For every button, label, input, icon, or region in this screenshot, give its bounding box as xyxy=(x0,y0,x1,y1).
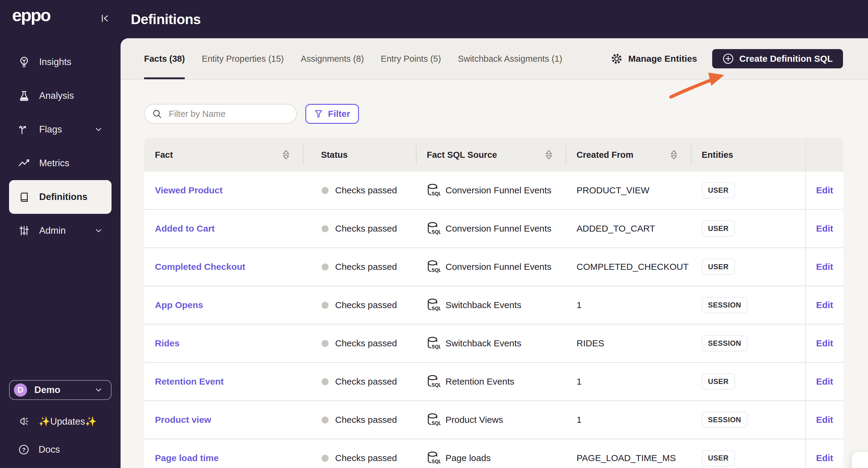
status-text: Checks passed xyxy=(335,338,397,348)
entity-badge: SESSION xyxy=(702,412,747,428)
gear-icon xyxy=(610,53,623,65)
fact-cell: Rides xyxy=(144,325,303,362)
fact-cell: Completed Checkout xyxy=(144,248,303,286)
column-header-fact[interactable]: Fact xyxy=(144,138,303,172)
sidebar-item-definitions[interactable]: Definitions xyxy=(9,180,112,214)
fact-link[interactable]: Completed Checkout xyxy=(155,262,245,272)
entity-badge: SESSION xyxy=(702,297,747,313)
created-from-value: 1 xyxy=(577,415,582,425)
entities-cell: SESSION xyxy=(691,401,805,438)
created-from-value: 1 xyxy=(577,300,582,310)
source-cell: Switchback Events xyxy=(416,287,566,324)
trend-line-icon xyxy=(18,157,30,169)
created-from-value: ADDED_TO_CART xyxy=(577,224,655,234)
fact-link[interactable]: Retention Event xyxy=(155,376,224,387)
status-text: Checks passed xyxy=(335,300,397,310)
sidebar-item-admin[interactable]: Admin xyxy=(9,214,112,247)
edit-link[interactable]: Edit xyxy=(816,224,833,234)
status-cell: Checks passed xyxy=(303,287,416,324)
search-input[interactable] xyxy=(144,104,297,124)
edit-link[interactable]: Edit xyxy=(816,185,833,196)
column-header-fact-sql-source[interactable]: Fact SQL Source xyxy=(416,138,566,172)
entity-badge: USER xyxy=(702,373,735,390)
entity-badge: USER xyxy=(702,450,735,466)
sidebar-item-flags[interactable]: Flags xyxy=(9,113,112,146)
collapse-icon xyxy=(99,13,111,24)
column-label: Entities xyxy=(702,150,733,160)
split-arrows-icon xyxy=(18,124,30,136)
edit-cell: Edit xyxy=(805,325,843,362)
app-root: eppo xyxy=(0,0,868,468)
status-cell: Checks passed xyxy=(303,363,416,400)
status-dot xyxy=(321,302,329,309)
create-definition-sql-button[interactable]: Create Definition SQL xyxy=(712,49,843,68)
sort-icon xyxy=(545,150,553,160)
source-name: Retention Events xyxy=(445,376,514,387)
edit-cell: Edit xyxy=(805,248,843,286)
fact-link[interactable]: Added to Cart xyxy=(155,224,215,234)
tab-assignments[interactable]: Assignments (8) xyxy=(301,38,364,79)
fact-link[interactable]: Rides xyxy=(155,338,180,348)
status-dot xyxy=(321,416,329,424)
entities-cell: USER xyxy=(691,172,805,209)
tab-facts[interactable]: Facts (38) xyxy=(144,38,185,79)
sidebar-item-docs[interactable]: ? Docs xyxy=(9,440,112,460)
status-text: Checks passed xyxy=(335,415,397,425)
entity-badge: USER xyxy=(702,182,735,198)
edit-link[interactable]: Edit xyxy=(816,300,833,310)
sql-source-icon xyxy=(427,183,441,197)
status-dot xyxy=(321,187,329,194)
edit-cell: Edit xyxy=(805,363,843,400)
tab-bar: Facts (38) Entity Properties (15) Assign… xyxy=(121,38,868,80)
tab-entity-properties[interactable]: Entity Properties (15) xyxy=(202,38,284,79)
search-wrap xyxy=(144,104,297,124)
status-text: Checks passed xyxy=(335,376,397,387)
sidebar-item-updates[interactable]: ✨Updates✨ xyxy=(9,411,112,431)
sql-source-icon xyxy=(427,336,441,350)
manage-entities-button[interactable]: Manage Entities xyxy=(610,53,697,65)
sidebar-item-label: Insights xyxy=(39,57,71,67)
sidebar-item-label: Docs xyxy=(38,444,60,455)
edit-link[interactable]: Edit xyxy=(816,338,833,348)
created-from-value: PRODUCT_VIEW xyxy=(577,185,650,196)
floating-widget[interactable] xyxy=(852,452,868,468)
column-header-entities: Entities xyxy=(691,138,805,172)
workspace-switcher[interactable]: D Demo xyxy=(9,380,112,400)
edit-link[interactable]: Edit xyxy=(816,376,833,387)
source-cell: Switchback Events xyxy=(416,325,566,362)
fact-cell: App Opens xyxy=(144,287,303,324)
fact-link[interactable]: Viewed Product xyxy=(155,185,223,196)
status-text: Checks passed xyxy=(335,185,397,196)
help-circle-icon: ? xyxy=(18,444,30,455)
edit-link[interactable]: Edit xyxy=(816,415,833,425)
edit-link[interactable]: Edit xyxy=(816,453,833,463)
fact-link[interactable]: Page load time xyxy=(155,453,219,463)
source-name: Conversion Funnel Events xyxy=(445,185,552,196)
created-from-value: COMPLETED_CHECKOUT xyxy=(577,262,689,272)
sidebar-item-insights[interactable]: Insights xyxy=(9,45,112,79)
column-header-created-from[interactable]: Created From xyxy=(566,138,691,172)
tab-switchback-assigments[interactable]: Switchback Assigments (1) xyxy=(458,38,562,79)
sidebar-collapse-button[interactable] xyxy=(99,13,111,24)
created-from-value: 1 xyxy=(577,376,582,387)
filter-button[interactable]: Filter xyxy=(305,104,359,124)
source-cell: Conversion Funnel Events xyxy=(416,210,566,247)
fact-link[interactable]: App Opens xyxy=(155,300,203,310)
entity-badge: USER xyxy=(702,259,735,275)
fact-link[interactable]: Product view xyxy=(155,415,211,425)
edit-cell: Edit xyxy=(805,172,843,209)
source-name: Product Views xyxy=(445,415,503,425)
table-row: Completed Checkout Checks passed Convers… xyxy=(144,248,843,287)
sidebar-item-analysis[interactable]: Analysis xyxy=(9,79,112,113)
sidebar-item-metrics[interactable]: Metrics xyxy=(9,146,112,180)
workspace-name: Demo xyxy=(34,385,60,395)
edit-link[interactable]: Edit xyxy=(816,262,833,272)
status-dot xyxy=(321,455,329,462)
column-label: Created From xyxy=(577,150,633,160)
status-text: Checks passed xyxy=(335,224,397,234)
sidebar-item-label: Metrics xyxy=(39,158,69,169)
sort-icon xyxy=(282,150,290,160)
sort-icon xyxy=(670,150,678,160)
created-from-cell: PAGE_LOAD_TIME_MS xyxy=(566,439,691,468)
tab-entry-points[interactable]: Entry Points (5) xyxy=(381,38,441,79)
